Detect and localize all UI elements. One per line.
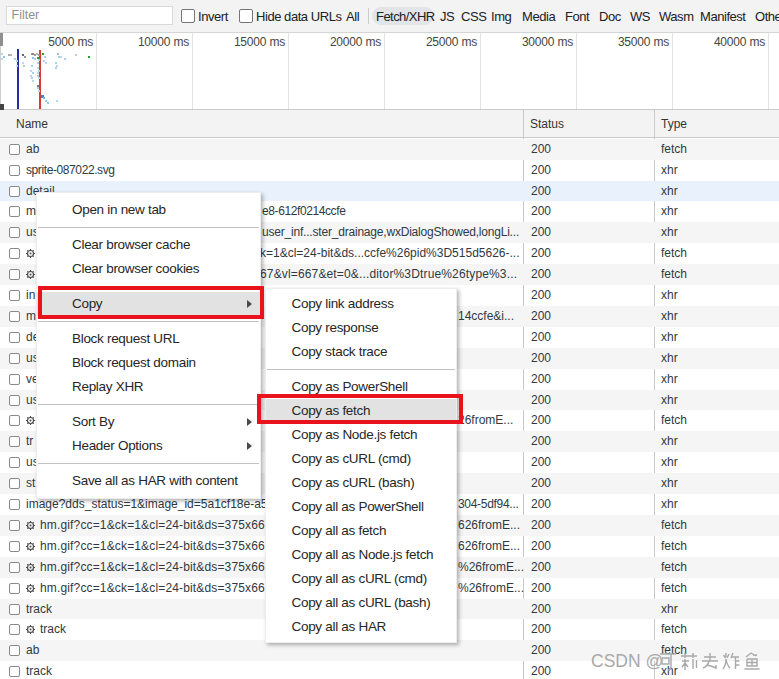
svg-text:CSDN @: CSDN @: [591, 651, 663, 671]
